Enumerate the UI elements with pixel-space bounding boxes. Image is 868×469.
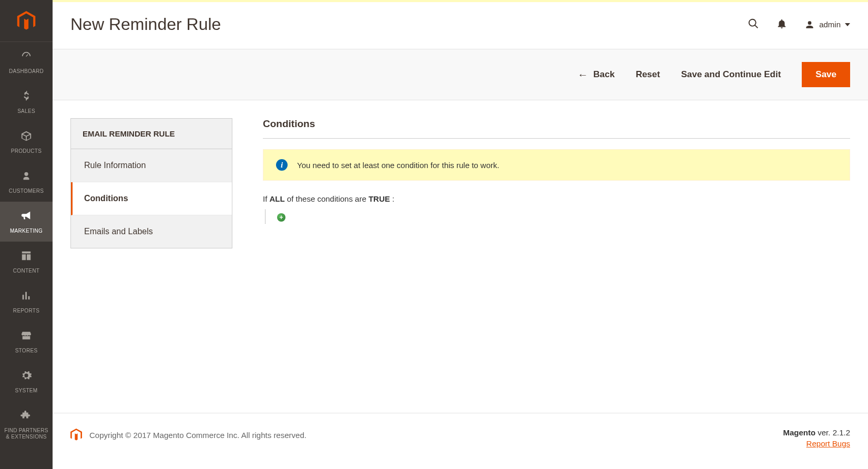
arrow-left-icon: ← bbox=[577, 69, 588, 80]
sidebar-item-stores[interactable]: STORES bbox=[0, 321, 53, 361]
search-icon[interactable] bbox=[748, 18, 759, 31]
puzzle-icon bbox=[19, 410, 33, 424]
cond-suffix: : bbox=[390, 194, 394, 203]
sidebar-item-label: MARKETING bbox=[10, 228, 43, 234]
form-area: Conditions i You need to set at least on… bbox=[263, 118, 850, 224]
cond-aggregator[interactable]: ALL bbox=[270, 194, 285, 203]
cond-value[interactable]: TRUE bbox=[369, 194, 390, 203]
sidebar-item-partners[interactable]: FIND PARTNERS & EXTENSIONS bbox=[0, 401, 53, 447]
report-bugs-link[interactable]: Report Bugs bbox=[806, 439, 850, 448]
notice-text: You need to set at least one condition f… bbox=[297, 161, 499, 170]
admin-sidebar: DASHBOARD SALES PRODUCTS CUSTOMERS MARKE… bbox=[0, 0, 53, 469]
store-icon bbox=[19, 330, 33, 345]
megaphone-icon bbox=[19, 210, 33, 225]
sidebar-item-label: SYSTEM bbox=[15, 388, 38, 394]
tab-label: Rule Information bbox=[84, 161, 146, 170]
add-condition-button[interactable]: + bbox=[277, 213, 285, 222]
info-notice: i You need to set at least one condition… bbox=[263, 149, 850, 181]
admin-label: admin bbox=[819, 20, 841, 29]
sidebar-item-label: REPORTS bbox=[13, 308, 39, 314]
version-number: 2.1.2 bbox=[833, 428, 850, 437]
sidebar-item-marketing[interactable]: MARKETING bbox=[0, 202, 53, 242]
section-title: Conditions bbox=[263, 118, 850, 139]
magento-logo-icon bbox=[16, 11, 36, 31]
save-button[interactable]: Save bbox=[802, 62, 850, 87]
sidebar-item-content[interactable]: CONTENT bbox=[0, 242, 53, 282]
page-footer: Copyright © 2017 Magento Commerce Inc. A… bbox=[53, 413, 868, 469]
dashboard-icon bbox=[19, 50, 33, 65]
sidebar-item-products[interactable]: PRODUCTS bbox=[0, 122, 53, 162]
header-tools: admin bbox=[748, 18, 850, 31]
sidebar-item-customers[interactable]: CUSTOMERS bbox=[0, 162, 53, 202]
cond-prefix: If bbox=[263, 194, 270, 203]
sidebar-item-system[interactable]: SYSTEM bbox=[0, 361, 53, 401]
bar-chart-icon bbox=[19, 290, 33, 305]
version-text: Magento ver. 2.1.2 bbox=[783, 428, 850, 437]
sidebar-item-dashboard[interactable]: DASHBOARD bbox=[0, 42, 53, 82]
tab-conditions[interactable]: Conditions bbox=[71, 182, 232, 215]
copyright-text: Copyright © 2017 Magento Commerce Inc. A… bbox=[89, 431, 307, 440]
sidebar-logo[interactable] bbox=[0, 0, 53, 42]
cond-middle: of these conditions are bbox=[285, 194, 369, 203]
sidebar-item-label: CUSTOMERS bbox=[9, 188, 44, 194]
magento-logo-icon bbox=[70, 428, 82, 442]
sidebar-item-label: CONTENT bbox=[13, 268, 39, 274]
product-name: Magento bbox=[783, 428, 815, 437]
gear-icon bbox=[19, 370, 33, 384]
reset-button[interactable]: Reset bbox=[636, 69, 660, 80]
tab-rule-information[interactable]: Rule Information bbox=[71, 149, 232, 182]
sidebar-item-label: SALES bbox=[17, 108, 35, 114]
tab-label: Conditions bbox=[84, 194, 128, 203]
person-icon bbox=[19, 170, 33, 185]
dollar-icon bbox=[19, 90, 33, 105]
save-continue-button[interactable]: Save and Continue Edit bbox=[681, 69, 781, 80]
condition-root-line: If ALL of these conditions are TRUE : bbox=[263, 194, 850, 203]
sidebar-item-label: FIND PARTNERS & EXTENSIONS bbox=[2, 428, 50, 440]
chevron-down-icon bbox=[845, 23, 850, 26]
layout-icon bbox=[19, 250, 33, 265]
page-header: New Reminder Rule admin bbox=[53, 2, 868, 49]
page-title: New Reminder Rule bbox=[70, 15, 221, 34]
sidebar-item-label: STORES bbox=[15, 348, 38, 354]
version-prefix: ver. bbox=[815, 428, 833, 437]
bell-icon[interactable] bbox=[776, 18, 788, 31]
box-icon bbox=[19, 130, 33, 145]
sidebar-item-reports[interactable]: REPORTS bbox=[0, 282, 53, 321]
user-icon bbox=[804, 19, 815, 30]
back-button[interactable]: ← Back bbox=[577, 69, 615, 80]
tab-label: Emails and Labels bbox=[84, 227, 153, 236]
tabs-panel: EMAIL REMINDER RULE Rule Information Con… bbox=[70, 118, 232, 248]
info-icon: i bbox=[276, 159, 288, 171]
tab-emails-labels[interactable]: Emails and Labels bbox=[71, 215, 232, 248]
sidebar-item-label: PRODUCTS bbox=[11, 148, 42, 154]
back-label: Back bbox=[593, 69, 615, 80]
admin-account-menu[interactable]: admin bbox=[804, 19, 850, 30]
condition-tree: + bbox=[265, 210, 850, 224]
sidebar-item-label: DASHBOARD bbox=[9, 68, 44, 75]
sidebar-item-sales[interactable]: SALES bbox=[0, 82, 53, 122]
tabs-heading: EMAIL REMINDER RULE bbox=[71, 119, 232, 149]
action-bar: ← Back Reset Save and Continue Edit Save bbox=[53, 49, 868, 100]
